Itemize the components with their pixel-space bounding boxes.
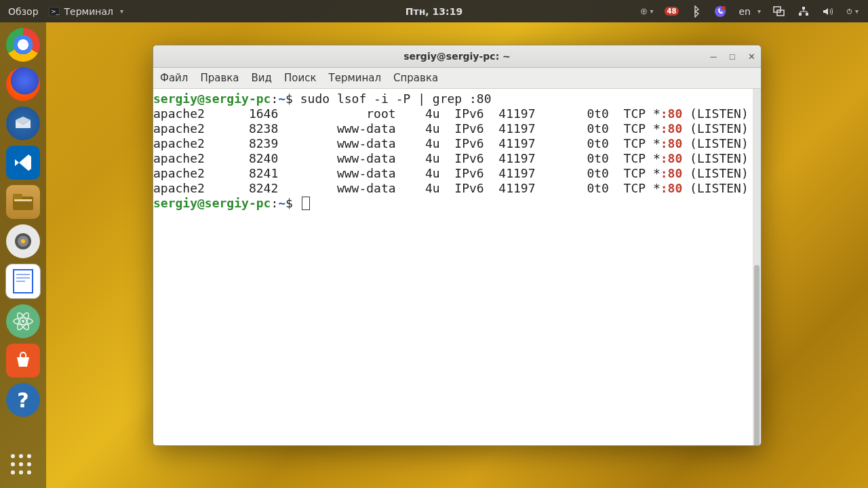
svg-point-27 bbox=[22, 320, 24, 323]
top-panel: Обзор >_ Терминал Птн, 13:19 48 en bbox=[0, 0, 868, 22]
clock-text: Птн, 13:19 bbox=[406, 6, 462, 17]
terminal-icon: >_ bbox=[48, 5, 60, 18]
dock-writer[interactable] bbox=[5, 264, 41, 299]
viber-icon[interactable] bbox=[714, 5, 726, 18]
svg-text:>_: >_ bbox=[51, 8, 60, 15]
svg-rect-9 bbox=[802, 7, 805, 9]
terminal-window: sergiy@sergiy-pc: ~ ─ □ ✕ Файл Правка Ви… bbox=[153, 45, 762, 446]
menu-help[interactable]: Справка bbox=[393, 72, 438, 84]
dock-thunderbird[interactable] bbox=[6, 106, 40, 140]
window-titlebar[interactable]: sergiy@sergiy-pc: ~ ─ □ ✕ bbox=[153, 45, 761, 68]
maximize-button[interactable]: □ bbox=[727, 51, 738, 62]
terminal-menubar: Файл Правка Вид Поиск Терминал Справка bbox=[153, 68, 761, 89]
terminal-output: sergiy@sergiy-pc:~$ sudo lsof -i -P | gr… bbox=[153, 92, 750, 211]
app-menu-button[interactable]: >_ Терминал bbox=[48, 5, 123, 18]
dock: ? bbox=[0, 22, 46, 488]
dock-atom[interactable] bbox=[6, 304, 40, 338]
menu-terminal[interactable]: Терминал bbox=[328, 72, 381, 84]
keyboard-layout[interactable]: en bbox=[738, 6, 761, 17]
scrollbar-thumb[interactable] bbox=[754, 265, 760, 446]
updates-badge: 48 bbox=[665, 7, 679, 16]
svg-rect-15 bbox=[13, 194, 22, 199]
svg-rect-16 bbox=[14, 199, 32, 201]
dock-help[interactable]: ? bbox=[6, 383, 40, 417]
close-button[interactable]: ✕ bbox=[746, 51, 757, 62]
dock-rhythmbox[interactable] bbox=[6, 224, 40, 258]
dock-software[interactable] bbox=[6, 344, 40, 378]
top-panel-right: 48 en bbox=[641, 5, 868, 18]
minimize-button[interactable]: ─ bbox=[708, 51, 719, 62]
clock[interactable]: Птн, 13:19 bbox=[406, 6, 462, 17]
activities-label: Обзор bbox=[8, 6, 39, 17]
show-applications-button[interactable] bbox=[0, 454, 46, 479]
menu-edit[interactable]: Правка bbox=[200, 72, 239, 84]
dock-files[interactable] bbox=[6, 185, 40, 219]
bluetooth-icon[interactable] bbox=[690, 5, 702, 18]
network-icon[interactable] bbox=[797, 5, 810, 18]
menu-search[interactable]: Поиск bbox=[284, 72, 317, 84]
app-menu-label: Терминал bbox=[64, 6, 113, 17]
terminal-body[interactable]: sergiy@sergiy-pc:~$ sudo lsof -i -P | gr… bbox=[153, 89, 753, 445]
screen-icon[interactable] bbox=[773, 5, 785, 18]
terminal-scrollbar[interactable] bbox=[753, 89, 761, 445]
svg-rect-10 bbox=[799, 13, 802, 16]
window-title: sergiy@sergiy-pc: ~ bbox=[403, 51, 511, 62]
menu-file[interactable]: Файл bbox=[160, 72, 188, 84]
activities-button[interactable]: Обзор bbox=[8, 6, 39, 17]
window-controls: ─ □ ✕ bbox=[708, 45, 757, 67]
volume-icon[interactable] bbox=[822, 5, 834, 18]
menu-view[interactable]: Вид bbox=[252, 72, 272, 84]
top-panel-left: Обзор >_ Терминал bbox=[0, 5, 123, 18]
dock-firefox[interactable] bbox=[6, 67, 40, 101]
svg-point-6 bbox=[722, 6, 726, 10]
dock-vscode[interactable] bbox=[6, 146, 40, 180]
svg-point-19 bbox=[21, 239, 25, 243]
svg-point-4 bbox=[644, 9, 644, 10]
dock-chrome[interactable] bbox=[6, 28, 40, 62]
accessibility-icon[interactable] bbox=[641, 5, 653, 18]
svg-rect-11 bbox=[806, 13, 808, 16]
lang-label: en bbox=[738, 6, 751, 17]
power-icon[interactable] bbox=[846, 5, 859, 18]
updates-icon[interactable]: 48 bbox=[665, 5, 677, 18]
